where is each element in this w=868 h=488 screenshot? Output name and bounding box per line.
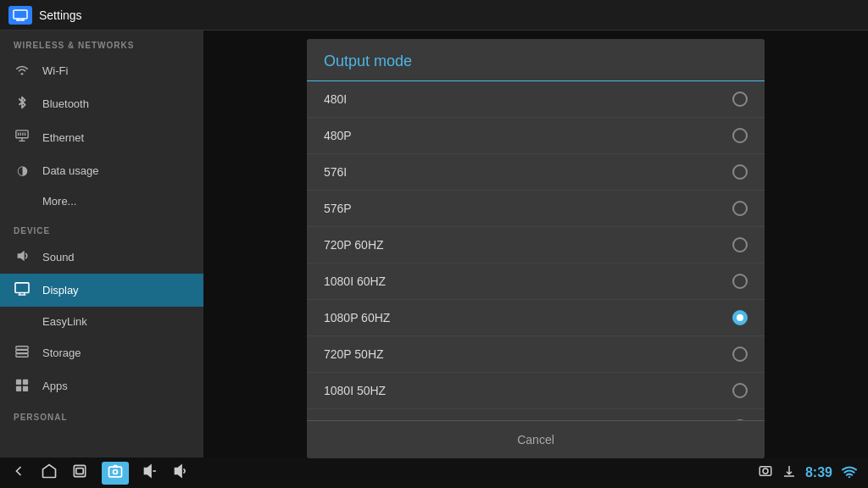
option-label: 720P 50HZ <box>324 347 384 361</box>
apps-icon <box>14 378 31 394</box>
bluetooth-label: Bluetooth <box>42 97 89 110</box>
radio-1080i60[interactable] <box>732 274 748 289</box>
cancel-button[interactable]: Cancel <box>307 420 765 458</box>
svg-rect-20 <box>16 380 21 385</box>
radio-576i[interactable] <box>732 164 748 180</box>
svg-rect-13 <box>15 283 29 293</box>
radio-720p60[interactable] <box>732 237 748 252</box>
svg-marker-30 <box>175 465 182 476</box>
svg-point-27 <box>114 469 118 474</box>
output-mode-dialog: Output mode 480I480P576I576P720P 60HZ108… <box>307 39 765 458</box>
svg-marker-28 <box>145 465 152 476</box>
wifi-icon <box>14 64 31 78</box>
radio-480i[interactable] <box>732 92 748 107</box>
dialog-option-1080p60[interactable]: 1080P 60HZ <box>307 300 765 336</box>
dialog-option-720p50[interactable]: 720P 50HZ <box>307 336 765 373</box>
content-area: Output mode 480I480P576I576P720P 60HZ108… <box>203 30 868 458</box>
svg-rect-26 <box>109 467 122 477</box>
sidebar: WIRELESS & NETWORKS Wi-Fi Bluetooth <box>0 30 203 458</box>
download-icon <box>782 463 797 482</box>
photo-icon <box>758 463 773 482</box>
option-label: 1080I 60HZ <box>324 274 386 288</box>
svg-point-4 <box>21 73 24 75</box>
easylink-label: EasyLink <box>42 315 87 328</box>
ethernet-label: Ethernet <box>42 131 84 144</box>
display-label: Display <box>42 284 79 297</box>
bottom-bar: 8:39 <box>0 458 868 488</box>
option-label: 576I <box>324 165 347 179</box>
dialog-option-1080i60[interactable]: 1080I 60HZ <box>307 263 765 300</box>
option-label: 1080P 60HZ <box>324 311 390 324</box>
sidebar-item-more[interactable]: More... <box>0 186 203 216</box>
vol-down-icon[interactable] <box>142 463 159 483</box>
option-label: 1080I 50HZ <box>324 384 386 397</box>
sidebar-item-apps[interactable]: Apps <box>0 369 203 402</box>
dialog-option-480i[interactable]: 480I <box>307 81 765 118</box>
sidebar-item-data-usage[interactable]: ◑ Data usage <box>0 154 203 186</box>
svg-point-33 <box>849 476 850 478</box>
vol-up-icon[interactable] <box>173 463 190 483</box>
recents-icon[interactable] <box>71 463 88 483</box>
data-usage-icon: ◑ <box>14 163 31 178</box>
sidebar-item-easylink[interactable]: EasyLink <box>0 307 203 336</box>
svg-marker-12 <box>18 251 25 261</box>
screenshot-icon[interactable] <box>102 462 129 485</box>
svg-rect-25 <box>76 469 83 474</box>
data-usage-label: Data usage <box>42 164 99 177</box>
wifi-status-icon <box>841 464 858 481</box>
section-device-label: DEVICE <box>0 216 203 241</box>
bottom-status: 8:39 <box>758 463 858 482</box>
dialog-option-576p[interactable]: 576P <box>307 191 765 227</box>
dialog-options-list: 480I480P576I576P720P 60HZ1080I 60HZ1080P… <box>307 81 765 420</box>
sidebar-item-sound[interactable]: Sound <box>0 241 203 274</box>
main-layout: WIRELESS & NETWORKS Wi-Fi Bluetooth <box>0 30 868 458</box>
sound-label: Sound <box>42 251 75 263</box>
radio-1080i50[interactable] <box>732 383 748 398</box>
option-label: 576P <box>324 202 352 215</box>
option-label: 480I <box>324 92 347 106</box>
ethernet-icon <box>14 130 31 146</box>
sidebar-item-storage[interactable]: Storage <box>0 336 203 369</box>
radio-576p[interactable] <box>732 201 748 216</box>
dialog-option-720p60[interactable]: 720P 60HZ <box>307 227 765 263</box>
sidebar-item-ethernet[interactable]: Ethernet <box>0 121 203 154</box>
svg-point-32 <box>763 469 768 474</box>
svg-rect-18 <box>16 350 28 353</box>
sidebar-item-wifi[interactable]: Wi-Fi <box>0 55 203 86</box>
dialog-option-480p[interactable]: 480P <box>307 118 765 154</box>
sidebar-item-display[interactable]: Display <box>0 274 203 307</box>
option-label: 480P <box>324 129 352 142</box>
bluetooth-icon <box>14 95 31 113</box>
svg-rect-23 <box>23 386 28 391</box>
svg-rect-22 <box>16 386 21 391</box>
radio-1080p60[interactable] <box>732 310 748 325</box>
section-personal-label: PERSONAL <box>0 402 203 427</box>
dialog-option-1080p50[interactable]: 1080P 50HZ <box>307 409 765 420</box>
home-icon[interactable] <box>41 463 58 483</box>
top-bar: Settings <box>0 0 868 30</box>
app-title: Settings <box>8 6 82 25</box>
svg-rect-17 <box>16 347 28 350</box>
app-icon <box>8 6 32 25</box>
sound-icon <box>14 249 31 265</box>
storage-icon <box>14 345 31 361</box>
wifi-label: Wi-Fi <box>42 64 68 77</box>
sidebar-item-bluetooth[interactable]: Bluetooth <box>0 86 203 121</box>
radio-720p50[interactable] <box>732 347 748 362</box>
display-icon <box>14 282 31 298</box>
back-icon[interactable] <box>10 463 27 483</box>
option-label: 720P 60HZ <box>324 238 384 252</box>
svg-rect-19 <box>16 354 28 358</box>
svg-rect-21 <box>23 380 28 385</box>
time-display: 8:39 <box>805 465 832 480</box>
more-label: More... <box>42 195 76 208</box>
settings-title: Settings <box>39 8 82 22</box>
dialog-option-1080i50[interactable]: 1080I 50HZ <box>307 373 765 409</box>
storage-label: Storage <box>42 347 81 359</box>
svg-rect-0 <box>14 10 27 19</box>
dialog-title: Output mode <box>307 39 765 81</box>
bottom-nav <box>10 462 190 485</box>
dialog-option-576i[interactable]: 576I <box>307 154 765 191</box>
section-wireless-label: WIRELESS & NETWORKS <box>0 30 203 55</box>
radio-480p[interactable] <box>732 128 748 143</box>
